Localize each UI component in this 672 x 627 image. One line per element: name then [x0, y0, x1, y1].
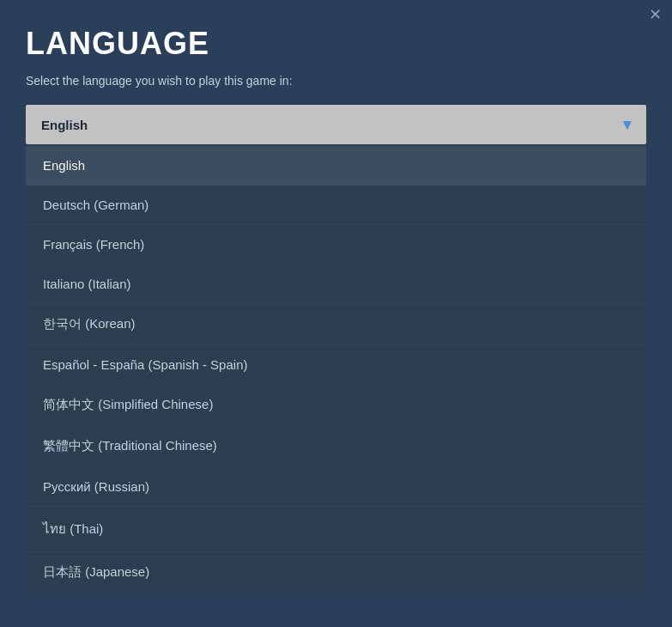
list-item[interactable]: 繁體中文 (Traditional Chinese) [26, 426, 646, 467]
list-item[interactable]: Español - España (Spanish - Spain) [26, 345, 646, 385]
list-item[interactable]: Italiano (Italian) [26, 265, 646, 304]
close-icon: ✕ [649, 6, 662, 23]
dialog-title: LANGUAGE [26, 26, 646, 62]
dropdown-selected[interactable]: English ▾ [26, 105, 646, 144]
list-item[interactable]: English [26, 146, 646, 186]
list-item[interactable]: Français (French) [26, 225, 646, 265]
list-item[interactable]: 한국어 (Korean) [26, 304, 646, 345]
list-item[interactable]: Deutsch (German) [26, 186, 646, 225]
language-dropdown[interactable]: English ▾ EnglishDeutsch (German)Françai… [26, 105, 646, 593]
dialog-subtitle: Select the language you wish to play thi… [26, 74, 646, 88]
language-dialog: ✕ LANGUAGE Select the language you wish … [0, 0, 672, 627]
list-item[interactable]: Русский (Russian) [26, 467, 646, 507]
list-item[interactable]: 简体中文 (Simplified Chinese) [26, 385, 646, 426]
dropdown-list: EnglishDeutsch (German)Français (French)… [26, 146, 646, 593]
chevron-down-icon: ▾ [623, 115, 631, 134]
list-item[interactable]: 日本語 (Japanese) [26, 552, 646, 593]
list-item[interactable]: ไทย (Thai) [26, 507, 646, 552]
dropdown-selected-label: English [41, 118, 88, 132]
close-button[interactable]: ✕ [649, 7, 662, 22]
